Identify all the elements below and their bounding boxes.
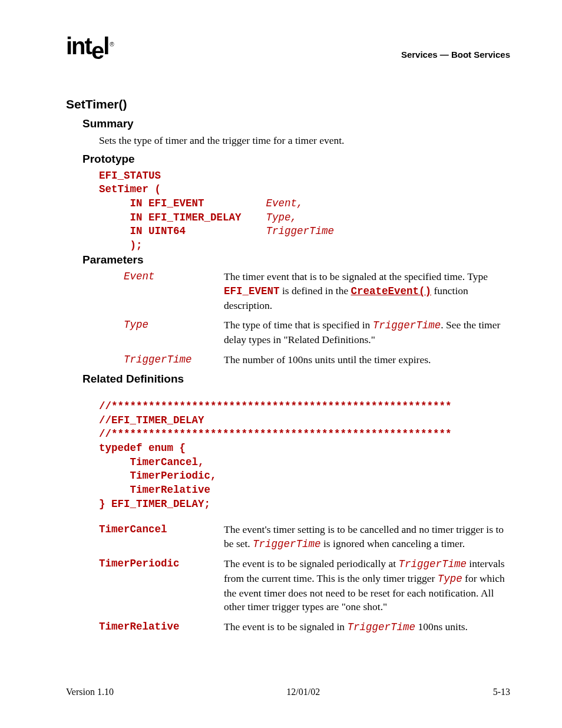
def-desc: The event is to be signaled in TriggerTi…: [224, 620, 510, 635]
param-desc: The number of 100ns units until the time…: [224, 353, 510, 367]
param-name: Event: [124, 270, 224, 312]
related-heading: Related Definitions: [82, 373, 510, 386]
param-event: Event The timer event that is to be sign…: [124, 270, 510, 312]
def-desc: The event's timer setting is to be cance…: [224, 523, 510, 551]
parameters-heading: Parameters: [82, 253, 510, 266]
param-type: Type The type of time that is specified …: [124, 318, 510, 347]
footer-page: 5-13: [493, 687, 510, 697]
param-name: Type: [124, 318, 224, 347]
prototype-heading: Prototype: [82, 153, 510, 166]
summary-text: Sets the type of timer and the trigger t…: [99, 134, 510, 148]
intel-logo: intel®: [66, 33, 112, 60]
param-desc: The timer event that is to be signaled a…: [224, 270, 510, 312]
def-name: TimerRelative: [99, 620, 224, 635]
def-name: TimerCancel: [99, 523, 224, 551]
prototype-code: EFI_STATUS SetTimer ( IN EFI_EVENT Event…: [99, 169, 510, 253]
def-timerrelative: TimerRelative The event is to be signale…: [99, 620, 510, 635]
function-title: SetTimer(): [66, 97, 510, 111]
param-desc: The type of time that is specified in Tr…: [224, 318, 510, 347]
param-name: TriggerTime: [124, 353, 224, 367]
summary-heading: Summary: [82, 117, 510, 130]
page-header: intel® Services — Boot Services: [66, 35, 510, 62]
def-timerperiodic: TimerPeriodic The event is to be signale…: [99, 557, 510, 614]
def-desc: The event is to be signaled periodically…: [224, 557, 510, 614]
param-triggertime: TriggerTime The number of 100ns units un…: [124, 353, 510, 367]
def-timercancel: TimerCancel The event's timer setting is…: [99, 523, 510, 551]
footer-version: Version 1.10: [66, 687, 114, 697]
footer-date: 12/01/02: [286, 687, 320, 697]
section-label: Services — Boot Services: [401, 50, 510, 60]
createevent-link[interactable]: CreateEvent(): [351, 285, 432, 297]
def-name: TimerPeriodic: [99, 557, 224, 614]
related-code: //**************************************…: [99, 400, 510, 511]
page-footer: Version 1.10 12/01/02 5-13: [66, 687, 510, 697]
